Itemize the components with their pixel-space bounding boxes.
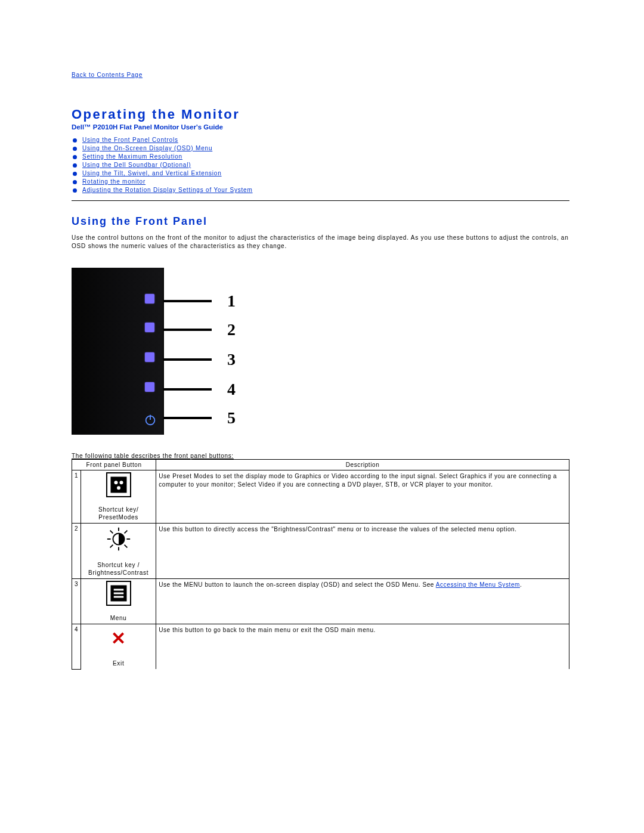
brightness-icon xyxy=(105,525,132,553)
toc-link[interactable]: Using the Dell Soundbar (Optional) xyxy=(82,162,191,168)
button-label: Shortcut key/ PresetModes xyxy=(83,506,153,521)
button-icon-cell: ✕ Exit xyxy=(81,624,156,670)
exit-icon: ✕ xyxy=(83,626,153,651)
panel-button-icon xyxy=(145,382,154,392)
button-description: Use this button to directly access the "… xyxy=(156,524,569,579)
section-heading: Using the Front Panel xyxy=(72,215,569,228)
svg-rect-2 xyxy=(110,477,126,493)
preset-modes-icon xyxy=(106,472,131,497)
page-subtitle: Dell™ P2010H Flat Panel Monitor User's G… xyxy=(72,123,569,131)
table-of-contents: Using the Front Panel Controls Using the… xyxy=(72,137,569,193)
svg-point-4 xyxy=(119,481,123,484)
table-row: 4 ✕ Exit Use this button to go back to t… xyxy=(72,624,569,670)
svg-line-13 xyxy=(110,545,113,548)
row-number: 2 xyxy=(72,524,81,579)
svg-rect-18 xyxy=(113,596,123,598)
button-description: Use Preset Modes to set the display mode… xyxy=(156,470,569,524)
figure-labels: 1 2 3 4 5 xyxy=(164,268,271,435)
toc-link[interactable]: Adjusting the Rotation Display Settings … xyxy=(82,187,253,193)
panel-button-icon xyxy=(145,323,154,332)
back-to-contents-link[interactable]: Back to Contents Page xyxy=(72,72,143,78)
toc-link[interactable]: Using the Tilt, Swivel, and Vertical Ext… xyxy=(82,170,222,176)
power-button-icon xyxy=(144,413,157,426)
button-label: Shortcut key / Brightness/Contrast xyxy=(83,561,153,577)
table-caption: The following table describes the front … xyxy=(72,453,569,459)
row-number: 4 xyxy=(72,624,81,670)
callout-number: 4 xyxy=(227,380,236,399)
inline-link[interactable]: Accessing the Menu System xyxy=(436,581,520,588)
monitor-bezel xyxy=(72,268,164,435)
toc-link[interactable]: Setting the Maximum Resolution xyxy=(82,153,182,160)
callout-number: 5 xyxy=(227,408,236,428)
svg-line-11 xyxy=(110,531,113,534)
svg-rect-17 xyxy=(113,593,123,594)
table-header: Description xyxy=(156,460,569,470)
table-row: 1 Shortcut key/ PresetModes Use Preset M… xyxy=(72,470,569,524)
callout-number: 1 xyxy=(227,292,236,311)
svg-rect-16 xyxy=(113,589,123,591)
svg-point-3 xyxy=(114,481,117,484)
section-intro: Use the control buttons on the front of … xyxy=(72,234,569,250)
button-table: Front panel Button Description 1 Shortcu… xyxy=(72,459,569,670)
table-row: 3 Menu Use the MENU button to launch the… xyxy=(72,579,569,624)
button-description: Use this button to go back to the main m… xyxy=(156,624,569,670)
menu-icon xyxy=(106,581,131,606)
svg-point-5 xyxy=(117,486,120,490)
callout-number: 2 xyxy=(227,320,236,339)
page-title: Operating the Monitor xyxy=(72,107,569,122)
button-label: Exit xyxy=(83,659,153,667)
panel-button-icon xyxy=(145,294,154,304)
toc-link[interactable]: Rotating the monitor xyxy=(82,178,145,185)
toc-link[interactable]: Using the Front Panel Controls xyxy=(82,137,178,143)
front-panel-figure: 1 2 3 4 5 xyxy=(72,268,569,435)
svg-line-12 xyxy=(124,545,127,548)
table-row: 2 xyxy=(72,524,569,579)
row-number: 3 xyxy=(72,579,81,624)
button-icon-cell: Menu xyxy=(81,579,156,624)
toc-link[interactable]: Using the On-Screen Display (OSD) Menu xyxy=(82,145,212,151)
panel-button-icon xyxy=(145,352,154,362)
svg-line-14 xyxy=(124,531,127,534)
divider xyxy=(72,200,569,201)
callout-number: 3 xyxy=(227,350,236,369)
document-page: Back to Contents Page Operating the Moni… xyxy=(0,0,644,682)
button-icon-cell: Shortcut key/ PresetModes xyxy=(81,470,156,524)
button-label: Menu xyxy=(83,614,153,622)
table-header: Front panel Button xyxy=(72,460,156,470)
button-icon-cell: Shortcut key / Brightness/Contrast xyxy=(81,524,156,579)
button-description: Use the MENU button to launch the on-scr… xyxy=(156,579,569,624)
row-number: 1 xyxy=(72,470,81,524)
